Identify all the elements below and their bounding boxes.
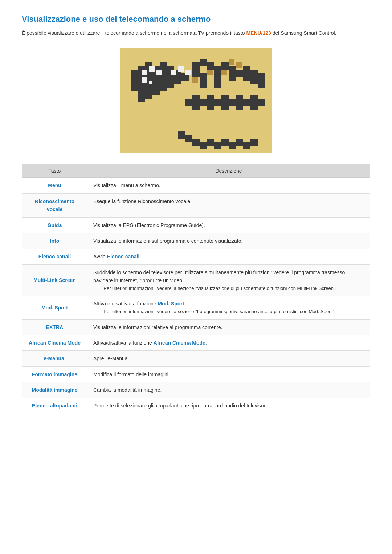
svg-rect-67 — [221, 139, 229, 146]
svg-rect-31 — [167, 81, 174, 88]
feature-key-link[interactable]: EXTRA — [46, 324, 63, 330]
table-row: EXTRAVisualizza le informazioni relative… — [22, 319, 370, 335]
table-cell-description: Apre l'e-Manual. — [87, 351, 370, 366]
table-cell-description: Cambia la modalità immagine. — [87, 382, 370, 398]
table-cell-description: Visualizza le informazioni relative al p… — [87, 319, 370, 335]
feature-key-link[interactable]: Multi-Link Screen — [33, 277, 76, 283]
desc-inline-link[interactable]: Mod. Sport — [158, 301, 184, 307]
desc-text: Visualizza le informazioni sul programma… — [93, 238, 242, 244]
svg-rect-66 — [214, 142, 221, 149]
svg-rect-81 — [250, 95, 258, 102]
svg-rect-44 — [243, 66, 250, 73]
svg-rect-80 — [243, 99, 250, 106]
col-header-tasto: Tasto — [22, 164, 87, 178]
feature-key-link[interactable]: Elenco canali — [38, 254, 71, 259]
svg-rect-64 — [200, 142, 207, 149]
table-cell-description: Esegue la funzione Riconoscimento vocale… — [87, 193, 370, 217]
svg-rect-79 — [236, 95, 243, 102]
feature-key-link[interactable]: Mod. Sport — [41, 305, 68, 311]
svg-rect-20 — [131, 84, 138, 91]
svg-rect-59 — [236, 62, 242, 68]
svg-rect-78 — [229, 99, 236, 106]
table-cell-description: Modifica il formato delle immagini. — [87, 366, 370, 382]
svg-rect-87 — [250, 102, 258, 110]
table-cell-key: Multi-Link Screen — [22, 264, 87, 296]
svg-rect-56 — [192, 77, 198, 83]
table-cell-key: Guida — [22, 217, 87, 233]
table-cell-key: Mod. Sport — [22, 296, 87, 319]
table-cell-key: Elenco canali — [22, 249, 87, 264]
table-cell-description: Attiva e disattiva la funzione Mod. Spor… — [87, 296, 370, 319]
svg-rect-58 — [221, 70, 227, 75]
desc-text-before: Avvia — [93, 254, 107, 259]
svg-rect-36 — [171, 70, 176, 75]
intro-text: È possibile visualizzare e utilizzare il… — [22, 30, 246, 36]
intro-text2: del Samsung Smart Control. — [271, 30, 336, 36]
feature-key-link[interactable]: Elenco altoparlanti — [32, 403, 77, 409]
feature-key-link[interactable]: Riconoscimento vocale — [35, 198, 74, 212]
table-cell-description: Attiva/disattiva la funzione African Cin… — [87, 335, 370, 350]
svg-rect-73 — [192, 95, 200, 102]
svg-rect-60 — [229, 59, 234, 65]
table-row: GuidaVisualizza la EPG (Electronic Progr… — [22, 217, 370, 233]
desc-inline-link[interactable]: African Cinema Mode — [154, 340, 205, 346]
svg-rect-46 — [258, 73, 265, 81]
desc-inline-link[interactable]: Elenco canali — [107, 254, 139, 259]
svg-rect-8 — [160, 62, 167, 70]
svg-rect-84 — [207, 102, 214, 110]
svg-rect-54 — [200, 81, 207, 88]
table-row: Mod. SportAttiva e disattiva la funzione… — [22, 296, 370, 319]
feature-key-link[interactable]: e-Manual — [44, 356, 66, 361]
svg-rect-35 — [185, 70, 191, 75]
svg-rect-39 — [207, 62, 214, 70]
desc-text: Suddivide lo schermo del televisore per … — [93, 270, 346, 283]
table-cell-description: Avvia Elenco canali. — [87, 249, 370, 264]
svg-rect-38 — [200, 59, 207, 66]
table-cell-key: EXTRA — [22, 319, 87, 335]
svg-rect-27 — [138, 95, 145, 102]
svg-rect-75 — [207, 95, 214, 102]
svg-rect-41 — [221, 62, 229, 70]
table-row: Modalità immagineCambia la modalità imma… — [22, 382, 370, 398]
svg-rect-28 — [145, 91, 152, 99]
feature-key-link[interactable]: African Cinema Mode — [29, 340, 81, 346]
table-cell-key: Formato immagine — [22, 366, 87, 382]
table-cell-key: Info — [22, 233, 87, 249]
desc-text: Visualizza il menu a schermo. — [93, 182, 160, 188]
table-cell-description: Visualizza le informazioni sul programma… — [87, 233, 370, 249]
svg-rect-48 — [200, 73, 207, 81]
desc-text: Apre l'e-Manual. — [93, 356, 130, 361]
svg-rect-86 — [236, 102, 243, 110]
svg-rect-23 — [152, 81, 160, 88]
svg-rect-2 — [131, 70, 138, 77]
feature-key-link[interactable]: Guida — [48, 222, 62, 228]
table-cell-key: Riconoscimento vocale — [22, 193, 87, 217]
feature-key-link[interactable]: Formato immagine — [32, 372, 77, 377]
table-cell-description: Visualizza la EPG (Electronic Programme … — [87, 217, 370, 233]
table-header-row: Tasto Descrizione — [22, 164, 370, 178]
feature-key-link[interactable]: Modalità immagine — [32, 387, 77, 393]
table-row: e-ManualApre l'e-Manual. — [22, 351, 370, 366]
svg-rect-77 — [221, 95, 229, 102]
svg-rect-32 — [174, 77, 181, 84]
feature-key-link[interactable]: Menu — [48, 182, 61, 188]
desc-text-after: . — [184, 301, 186, 307]
svg-rect-83 — [192, 102, 200, 110]
desc-text: Permette di selezionare gli altoparlanti… — [93, 403, 270, 409]
intro-paragraph: È possibile visualizzare e utilizzare il… — [22, 29, 370, 37]
table-row: Riconoscimento vocaleEsegue la funzione … — [22, 193, 370, 217]
svg-rect-34 — [178, 66, 184, 72]
svg-rect-63 — [192, 139, 200, 146]
svg-rect-18 — [142, 77, 147, 83]
svg-rect-24 — [160, 77, 167, 84]
svg-rect-9 — [131, 77, 138, 84]
table-cell-key: Menu — [22, 178, 87, 193]
table-cell-description: Permette di selezionare gli altoparlanti… — [87, 398, 370, 414]
feature-key-link[interactable]: Info — [50, 238, 60, 244]
desc-text: Visualizza le informazioni relative al p… — [93, 324, 222, 330]
svg-rect-68 — [229, 142, 236, 149]
table-cell-description: Visualizza il menu a schermo. — [87, 178, 370, 193]
svg-rect-51 — [243, 73, 250, 81]
svg-rect-61 — [178, 131, 185, 139]
remote-image-container — [22, 48, 370, 153]
